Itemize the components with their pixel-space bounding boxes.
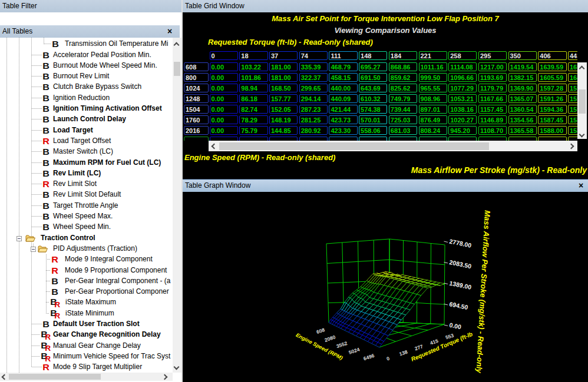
svg-text:5024: 5024 [348,346,361,355]
svg-text:3552: 3552 [336,340,348,349]
svg-text:1389.00: 1389.00 [449,280,473,291]
svg-text:0: 0 [386,356,391,362]
svg-text:2083.50: 2083.50 [449,258,473,270]
svg-text:0.00: 0.00 [449,321,463,331]
svg-text:6496: 6496 [363,353,375,361]
svg-text:2778.00: 2778.00 [449,238,473,249]
svg-text:608: 608 [316,327,326,335]
svg-text:138: 138 [398,349,408,357]
svg-text:Mass Airflow Per Stroke (mg/st: Mass Airflow Per Stroke (mg/stk) - Read-… [474,210,492,374]
svg-text:2080: 2080 [324,334,336,343]
svg-text:277: 277 [414,343,424,351]
svg-text:694.50: 694.50 [449,300,469,311]
